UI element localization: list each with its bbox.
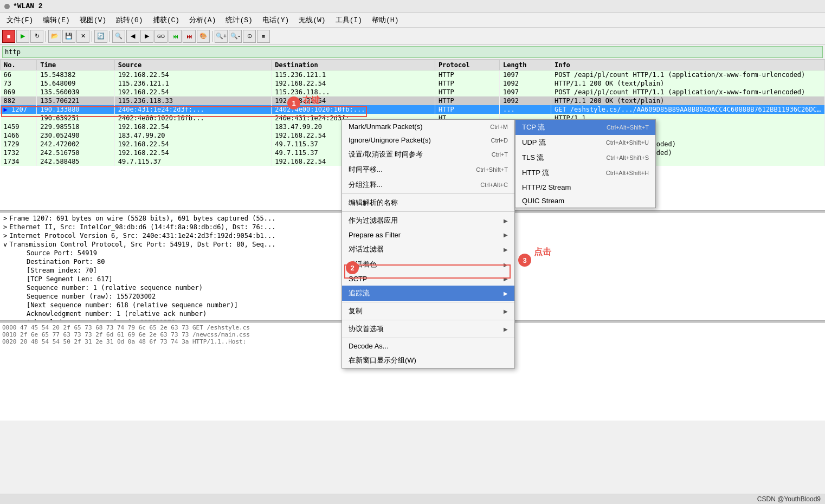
ctx-item-label: 作为过滤器应用	[349, 216, 398, 225]
col-No.[interactable]: No.	[1, 60, 37, 70]
col-Length[interactable]: Length	[500, 60, 551, 70]
cell-2: 115.236.121.1	[114, 79, 271, 88]
menu-item-无线(W)[interactable]: 无线(W)	[294, 14, 330, 26]
ctx-item-作为过滤器应用[interactable]: 作为过滤器应用	[342, 213, 514, 228]
reload-btn[interactable]: 🔄	[94, 30, 107, 43]
cell-2: 49.7.115.37	[114, 157, 271, 166]
cell-0: 882	[1, 96, 37, 105]
cell-1: 15.548382	[37, 70, 115, 80]
cell-1: 190.639251	[37, 114, 115, 122]
table-row[interactable]: 869135.560039192.168.22.54115.236.118...…	[1, 88, 825, 96]
cell-0	[1, 114, 37, 122]
table-row[interactable]: 7315.648009115.236.121.1192.168.22.54HTT…	[1, 79, 825, 88]
window-title: *WLAN 2	[13, 2, 43, 10]
ctx-item-Ignore/Unignore-Packet(s)[interactable]: Ignore/Unignore Packet(s)Ctrl+D	[342, 133, 514, 147]
sub-shortcut: Ctrl+Alt+Shift+H	[606, 170, 649, 176]
ctx-item-追踪流[interactable]: 追踪流	[342, 286, 514, 301]
last-btn[interactable]: ⏭	[183, 30, 196, 43]
ctx-item-对话着色[interactable]: 对话着色	[342, 257, 514, 272]
filter-input[interactable]: http	[2, 46, 823, 58]
menu-item-统计(S)[interactable]: 统计(S)	[221, 14, 256, 26]
ctx-item-复制[interactable]: 复制	[342, 303, 514, 319]
ctx-item-协议首选项[interactable]: 协议首选项	[342, 321, 514, 337]
ctx-shortcut: Ctrl+D	[491, 137, 508, 144]
hex-content: 0000 47 45 54 20 2f 65 73 68 73 74 79 6c…	[2, 324, 250, 345]
table-row[interactable]: 882135.706221115.236.118.33192.168.22.54…	[1, 96, 825, 105]
cell-6: POST /eapi/pl/count HTTP/1.1 (applicatio…	[551, 88, 824, 96]
cell-4: HTTP	[435, 70, 499, 80]
sub-shortcut: Ctrl+Alt+Shift+S	[606, 154, 649, 161]
ctx-item-在新窗口显示分组(W)[interactable]: 在新窗口显示分组(W)	[342, 353, 514, 368]
first-btn[interactable]: ⏮	[169, 30, 182, 43]
go-btn[interactable]: GO	[154, 30, 167, 43]
ctx-item-对话过滤器[interactable]: 对话过滤器	[342, 242, 514, 257]
find-btn[interactable]: 🔍	[112, 30, 125, 43]
cell-5: ...	[500, 105, 551, 114]
menu-item-跳转(G)[interactable]: 跳转(G)	[112, 14, 147, 26]
cell-4: HTTP	[435, 105, 499, 114]
menu-item-分析(A)[interactable]: 分析(A)	[185, 14, 220, 26]
menu-item-帮助(H)[interactable]: 帮助(H)	[368, 14, 403, 26]
menu-item-电话(Y)[interactable]: 电话(Y)	[258, 14, 293, 26]
annotation-circle-3: 3	[518, 254, 531, 267]
sub-item-UDP-流[interactable]: UDP 流Ctrl+Alt+Shift+U	[515, 135, 655, 150]
sub-item-label: HTTP 流	[522, 168, 549, 178]
cell-2: 192.168.22.54	[114, 148, 271, 157]
ctx-item-Mark/Unmark-Packet(s)[interactable]: Mark/Unmark Packet(s)Ctrl+M	[342, 120, 514, 133]
sub-item-TLS-流[interactable]: TLS 流Ctrl+Alt+Shift+S	[515, 150, 655, 165]
table-row[interactable]: ▶ 1207190.133880240e:431:1e24:2d3f:...24…	[1, 105, 825, 114]
zoom-in-btn[interactable]: 🔍+	[215, 30, 228, 43]
save-btn[interactable]: 💾	[62, 30, 75, 43]
ctx-item-Decode-As...[interactable]: Decode As...	[342, 339, 514, 353]
open-btn[interactable]: 📂	[48, 30, 61, 43]
col-Info[interactable]: Info	[551, 60, 824, 70]
ctx-item-设置/取消设置-时间参考[interactable]: 设置/取消设置 时间参考Ctrl+T	[342, 147, 514, 162]
prev-btn[interactable]: ◀	[126, 30, 139, 43]
restart-btn[interactable]: ↻	[30, 30, 43, 43]
sub-item-HTTP/2-Stream[interactable]: HTTP/2 Stream	[515, 180, 655, 194]
close-btn[interactable]: ✕	[76, 30, 89, 43]
colorize-btn[interactable]: 🎨	[197, 30, 210, 43]
ctx-item-label: 时间平移...	[349, 165, 383, 175]
sep3	[109, 31, 110, 42]
menu-item-捕获(C)[interactable]: 捕获(C)	[149, 14, 184, 26]
ctx-item-编辑解析的名称[interactable]: 编辑解析的名称	[342, 195, 514, 210]
col-Destination[interactable]: Destination	[272, 60, 435, 70]
zoom-reset-btn[interactable]: ⊙	[243, 30, 256, 43]
col-Source[interactable]: Source	[114, 60, 271, 70]
stop-btn[interactable]: ■	[2, 30, 15, 43]
start-btn[interactable]: ▶	[16, 30, 29, 43]
next-btn[interactable]: ▶	[140, 30, 153, 43]
annotation-text-3: 点击	[534, 247, 551, 258]
menu-item-文件(F)[interactable]: 文件(F)	[2, 14, 37, 26]
zoom-out-btn[interactable]: 🔍-	[229, 30, 242, 43]
sub-menu: TCP 流Ctrl+Alt+Shift+TUDP 流Ctrl+Alt+Shift…	[515, 119, 656, 208]
sub-item-label: TCP 流	[522, 122, 545, 132]
table-row[interactable]: 6615.548382192.168.22.54115.236.121.1HTT…	[1, 70, 825, 80]
col-btn[interactable]: ≡	[257, 30, 270, 43]
cell-2: 240e:431:1e24:2d3f:...	[114, 105, 271, 114]
ctx-item-分组注释...[interactable]: 分组注释...Ctrl+Alt+C	[342, 177, 514, 192]
sub-item-TCP-流[interactable]: TCP 流Ctrl+Alt+Shift+T	[515, 120, 655, 135]
sub-shortcut: Ctrl+Alt+Shift+U	[606, 139, 649, 146]
sep2	[92, 31, 92, 42]
cell-5: 1097	[500, 70, 551, 80]
cell-1: 135.706221	[37, 96, 115, 105]
ctx-item-时间平移...[interactable]: 时间平移...Ctrl+Shift+T	[342, 162, 514, 177]
ctx-item-Prepare-as-Filter[interactable]: Prepare as Filter	[342, 228, 514, 242]
cell-0: 73	[1, 79, 37, 88]
sub-item-HTTP-流[interactable]: HTTP 流Ctrl+Alt+Shift+H	[515, 165, 655, 180]
cell-3: 192.168.22.54	[272, 79, 435, 88]
ctx-item-SCTP[interactable]: SCTP	[342, 272, 514, 286]
col-Time[interactable]: Time	[37, 60, 115, 70]
menu-item-工具(I)[interactable]: 工具(I)	[331, 14, 366, 26]
sub-item-QUIC-Stream[interactable]: QUIC Stream	[515, 194, 655, 208]
menu-bar: 文件(F)编辑(E)视图(V)跳转(G)捕获(C)分析(A)统计(S)电话(Y)…	[0, 13, 825, 28]
cell-1: 15.648009	[37, 79, 115, 88]
menu-item-编辑(E)[interactable]: 编辑(E)	[38, 14, 74, 26]
ctx-item-label: 编辑解析的名称	[349, 198, 398, 208]
cell-0: 66	[1, 70, 37, 80]
menu-item-视图(V)[interactable]: 视图(V)	[75, 14, 111, 26]
cell-5: 1097	[500, 88, 551, 96]
col-Protocol[interactable]: Protocol	[435, 60, 499, 70]
